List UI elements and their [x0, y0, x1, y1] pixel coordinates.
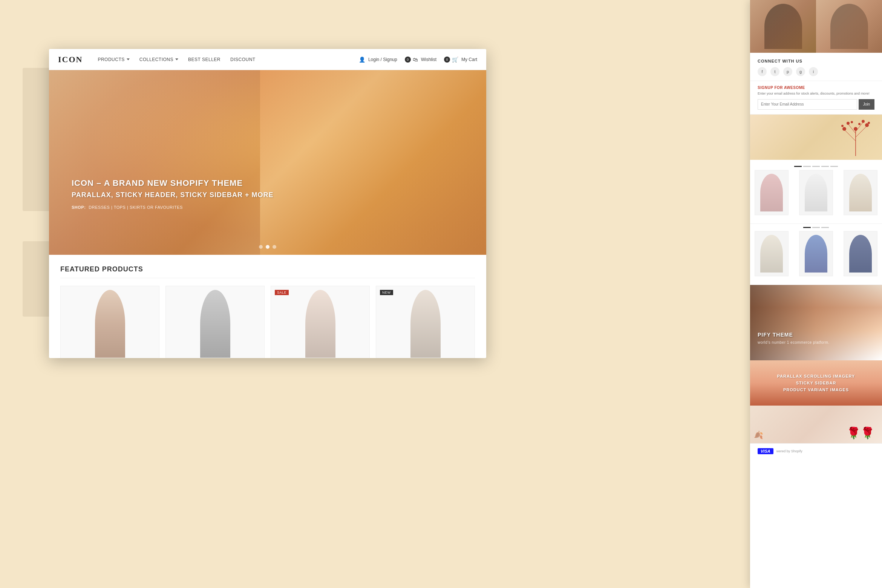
product-card-1[interactable]: [60, 286, 159, 358]
product-figure-3: [305, 290, 335, 358]
floral-decoration: [750, 115, 882, 160]
visa-badge: VISA: [758, 448, 773, 454]
dot-1-active[interactable]: [794, 166, 802, 167]
hero-image: [260, 70, 486, 255]
sunglasses-banner: [750, 0, 882, 53]
sidebar-product-5[interactable]: [799, 231, 833, 276]
dot-2-active[interactable]: [803, 227, 811, 228]
sidebar-product-2[interactable]: [799, 170, 833, 215]
signup-title: SIGNUP FOR AWESOME: [758, 86, 874, 90]
sidebar-products-row1: [750, 160, 882, 224]
products-grid-2: [755, 231, 877, 276]
svg-point-9: [854, 127, 858, 131]
dot-1-5[interactable]: [830, 166, 838, 167]
person-icon: 👤: [359, 57, 365, 63]
feature-2: STICKY SIDEBAR: [758, 381, 874, 385]
sp-figure-4: [760, 235, 783, 273]
navbar: ICON PRODUCTS COLLECTIONS BEST SELLER DI…: [49, 49, 486, 70]
theme-sub-text: world's number 1 ecommerce platform.: [758, 340, 830, 345]
floral-svg: [833, 118, 878, 156]
login-action[interactable]: 👤 Login / Signup: [359, 57, 397, 63]
connect-section: CONNECT WITH US f t p g i: [750, 53, 882, 81]
model-figure-1: [764, 4, 802, 49]
products-dropdown-icon: [127, 58, 130, 60]
hero-dot-1[interactable]: [259, 245, 263, 249]
nav-actions: 👤 Login / Signup 0 🛍 Wishlist 0 🛒 My Car…: [359, 57, 477, 63]
sidebar-product-1[interactable]: [755, 170, 789, 215]
dot-1-3[interactable]: [812, 166, 820, 167]
product-card-4[interactable]: NEW: [376, 286, 475, 358]
right-panel: CONNECT WITH US f t p g i SIGNUP FOR AWE…: [750, 0, 882, 588]
main-browser-window: ICON PRODUCTS COLLECTIONS BEST SELLER DI…: [49, 49, 486, 358]
product-badge-new: NEW: [380, 290, 393, 295]
join-button[interactable]: Join: [859, 99, 874, 110]
features-section: PARALLAX SCROLLING IMAGERY STICKY SIDEBA…: [750, 360, 882, 406]
featured-section: FEATURED PRODUCTS SALE NEW: [49, 255, 486, 358]
shop-label: SHOP:: [72, 205, 86, 210]
instagram-icon[interactable]: i: [809, 67, 818, 76]
wishlist-badge: 0: [405, 57, 411, 63]
shop-links[interactable]: DRESSES | TOPS | SKIRTS OR FAVOURITES: [89, 205, 183, 210]
product-figure-2: [200, 290, 230, 358]
rose-icon: 🌹🌹: [847, 426, 874, 439]
nav-products[interactable]: PRODUCTS: [94, 55, 133, 64]
svg-point-5: [842, 127, 846, 131]
hero-dot-3[interactable]: [273, 245, 276, 249]
pinterest-icon[interactable]: p: [783, 67, 792, 76]
hero-content: ICON – A BRAND NEW SHOPIFY THEME PARALLA…: [72, 178, 274, 210]
products-grid-1: [755, 170, 877, 215]
sp-figure-6: [849, 235, 872, 273]
theme-showcase-section: PIFY THEME world's number 1 ecommerce pl…: [750, 285, 882, 360]
facebook-icon[interactable]: f: [758, 67, 767, 76]
hero-section: ICON – A BRAND NEW SHOPIFY THEME PARALLA…: [49, 70, 486, 255]
wishlist-action[interactable]: 0 🛍 Wishlist: [405, 57, 436, 63]
sidebar-product-6[interactable]: [844, 231, 877, 276]
twitter-icon[interactable]: t: [770, 67, 779, 76]
product-nav-dots-2: [755, 227, 877, 228]
product-card-2[interactable]: [165, 286, 265, 358]
featured-title: FEATURED PRODUCTS: [60, 265, 475, 278]
sunglasses-image-2[interactable]: [816, 0, 882, 53]
cart-badge: 0: [444, 57, 450, 63]
product-card-3[interactable]: SALE: [271, 286, 370, 358]
cart-icon: 🛒: [452, 57, 458, 63]
feature-1: PARALLAX SCROLLING IMAGERY: [758, 374, 874, 378]
svg-line-2: [856, 126, 867, 137]
hero-dots: [259, 245, 276, 249]
powered-by: wered by Shopify: [776, 449, 802, 453]
product-badge-sale: SALE: [275, 290, 289, 295]
dot-1-4[interactable]: [821, 166, 829, 167]
hero-title: ICON – A BRAND NEW SHOPIFY THEME: [72, 178, 274, 188]
product-image-3: [271, 286, 369, 358]
signup-section: SIGNUP FOR AWESOME Enter your email addr…: [750, 81, 882, 115]
nav-collections[interactable]: COLLECTIONS: [136, 55, 182, 64]
svg-point-12: [841, 125, 844, 127]
dark-overlay: [750, 285, 882, 360]
sidebar-product-3[interactable]: [844, 170, 877, 215]
wishlist-icon: 🛍: [413, 57, 418, 63]
nav-links: PRODUCTS COLLECTIONS BEST SELLER DISCOUN…: [94, 55, 358, 64]
sidebar-product-4[interactable]: [755, 231, 789, 276]
sunglasses-image-1[interactable]: [750, 0, 816, 53]
dot-2-3[interactable]: [821, 227, 829, 228]
payment-section: VISA wered by Shopify: [750, 443, 882, 459]
feature-3: PRODUCT VARIANT IMAGES: [758, 387, 874, 392]
hero-dot-2[interactable]: [266, 245, 270, 249]
site-logo[interactable]: ICON: [58, 55, 83, 64]
signup-form: Join: [758, 99, 874, 110]
google-icon[interactable]: g: [796, 67, 805, 76]
cart-action[interactable]: 0 🛒 My Cart: [444, 57, 477, 63]
email-input[interactable]: [758, 99, 857, 110]
signup-description: Enter your email address for stock alert…: [758, 91, 874, 96]
dot-1-2[interactable]: [803, 166, 811, 167]
nav-discount[interactable]: DISCOUNT: [227, 55, 259, 64]
brown-decor: 🍂: [754, 430, 763, 439]
dot-2-2[interactable]: [812, 227, 820, 228]
products-grid: SALE NEW: [60, 286, 475, 358]
sidebar-products-row2: [750, 224, 882, 285]
nav-best-seller[interactable]: BEST SELLER: [184, 55, 224, 64]
hero-person-figure: [260, 70, 486, 255]
sp-figure-5: [805, 235, 827, 273]
svg-point-11: [858, 123, 861, 125]
hero-shop-links: SHOP: DRESSES | TOPS | SKIRTS OR FAVOURI…: [72, 205, 274, 210]
